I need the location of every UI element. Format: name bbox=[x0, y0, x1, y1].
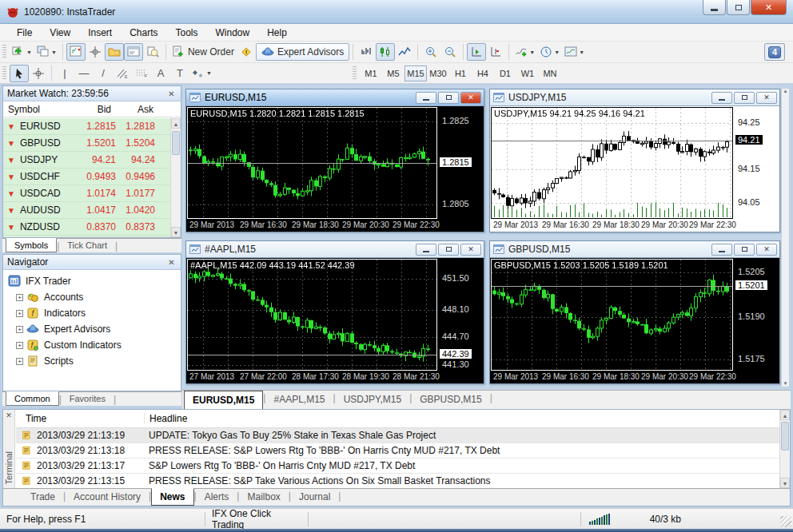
tree-item-expert-advisors[interactable]: +Expert Advisors bbox=[14, 321, 181, 337]
chart-restore-button[interactable] bbox=[734, 244, 755, 256]
timeframe-m5[interactable]: M5 bbox=[382, 66, 404, 81]
column-time[interactable]: Time bbox=[16, 413, 144, 424]
tree-item-scripts[interactable]: +Scripts bbox=[14, 353, 181, 369]
vertical-line-button[interactable]: | bbox=[55, 65, 74, 82]
scroll-thumb[interactable] bbox=[781, 422, 789, 451]
menu-view[interactable]: View bbox=[41, 26, 79, 40]
expand-icon[interactable]: + bbox=[16, 342, 23, 349]
timeframe-d1[interactable]: D1 bbox=[494, 66, 516, 81]
market-watch-toggle-button[interactable] bbox=[66, 43, 86, 61]
chart-restore-button[interactable] bbox=[734, 92, 755, 104]
chart-close-button[interactable]: ✕ bbox=[460, 244, 481, 256]
news-row[interactable]: 2013/03/29 21:13:17S&P Lowers Rtg To 'BB… bbox=[16, 459, 779, 474]
resize-grip[interactable] bbox=[780, 516, 791, 527]
timeframe-m1[interactable]: M1 bbox=[360, 66, 382, 81]
dropdown-caret-icon[interactable]: ▼ bbox=[26, 50, 32, 55]
strategy-tester-button[interactable] bbox=[143, 43, 162, 61]
dropdown-caret-icon[interactable]: ▼ bbox=[51, 50, 57, 55]
chart-plot[interactable] bbox=[491, 259, 733, 371]
chart-window-gbpusd[interactable]: GBPUSD,M15 ✕ GBPUSD,M15 1.5203 1.5205 1.… bbox=[489, 240, 780, 384]
chart-window-titlebar[interactable]: USDJPY,M15 ✕ bbox=[490, 89, 779, 106]
chart-window-aapl[interactable]: #AAPL,M15 ✕ #AAPL,M15 442.09 443.19 441.… bbox=[185, 240, 484, 384]
auto-scroll-button[interactable] bbox=[467, 43, 486, 61]
chart-window-eurusd[interactable]: EURUSD,M15 ✕ EURUSD,M15 1.2820 1.2821 1.… bbox=[185, 89, 484, 232]
navigator-toggle-button[interactable] bbox=[105, 43, 124, 61]
dropdown-caret-icon[interactable]: ▼ bbox=[554, 50, 560, 55]
trendline-button[interactable]: / bbox=[94, 65, 113, 82]
news-row[interactable]: 2013/03/29 21:13:15PRESS RELEASE: S&P Ta… bbox=[16, 474, 779, 488]
minimize-button[interactable] bbox=[703, 0, 726, 15]
chart-minimize-button[interactable] bbox=[711, 244, 732, 256]
price-scale[interactable]: 1.52051.52011.51901.5175 bbox=[734, 259, 779, 371]
zoom-in-button[interactable] bbox=[421, 43, 440, 61]
tab-tick-chart[interactable]: Tick Chart bbox=[59, 239, 115, 252]
indicators-button[interactable]: ▼ bbox=[512, 43, 537, 61]
scroll-up-icon[interactable]: ▲ bbox=[171, 118, 181, 129]
expand-icon[interactable]: + bbox=[16, 358, 23, 365]
market-watch-row[interactable]: ▼NZDUSD0.83700.8373 bbox=[3, 219, 170, 236]
one-click-trading-toggle[interactable]: IFX One Click Trading bbox=[205, 512, 308, 526]
chart-window-usdjpy[interactable]: USDJPY,M15 ✕ USDJPY,M15 94.21 94.25 94.1… bbox=[489, 89, 780, 232]
market-watch-row[interactable]: ▼GBPUSD1.52011.5204 bbox=[3, 135, 170, 152]
periods-button[interactable]: ▼ bbox=[537, 43, 562, 61]
dropdown-caret-icon[interactable]: ▼ bbox=[206, 70, 212, 76]
expand-icon[interactable]: + bbox=[16, 294, 23, 301]
chart-plot[interactable] bbox=[491, 107, 733, 219]
new-order-button[interactable]: New Order bbox=[169, 43, 237, 61]
terminal-tab-news[interactable]: News bbox=[151, 488, 193, 506]
terminal-tab-alerts[interactable]: Alerts bbox=[197, 489, 237, 506]
terminal-toggle-button[interactable] bbox=[124, 43, 143, 61]
chart-plot[interactable] bbox=[187, 259, 437, 371]
chart-close-button[interactable]: ✕ bbox=[756, 92, 777, 104]
scroll-up-icon[interactable]: ▲ bbox=[780, 410, 790, 420]
news-row[interactable]: 2013/03/29 21:13:19UPDATE: Tokyo Gas To … bbox=[16, 428, 779, 443]
column-ask[interactable]: Ask bbox=[116, 104, 158, 115]
column-headline[interactable]: Headline bbox=[144, 413, 187, 424]
expand-icon[interactable]: + bbox=[16, 310, 23, 317]
market-watch-row[interactable]: ▼EURUSD1.28151.2818 bbox=[3, 118, 170, 135]
toolbar-grip[interactable] bbox=[2, 66, 6, 81]
menu-help[interactable]: Help bbox=[258, 26, 296, 40]
chart-shift-button[interactable] bbox=[486, 43, 505, 61]
arrows-button[interactable]: ▼ bbox=[189, 65, 214, 82]
menu-charts[interactable]: Charts bbox=[121, 26, 166, 40]
timeframe-m30[interactable]: M30 bbox=[427, 66, 449, 81]
metaeditor-warning-button[interactable]: ! bbox=[237, 43, 256, 61]
toolbar-grip[interactable] bbox=[353, 66, 357, 81]
profiles-button[interactable]: ▼ bbox=[34, 43, 59, 61]
chart-candles-button[interactable] bbox=[376, 43, 395, 61]
chart-minimize-button[interactable] bbox=[416, 92, 436, 104]
chart-minimize-button[interactable] bbox=[711, 92, 732, 104]
market-watch-row[interactable]: ▼AUDUSD1.04171.0420 bbox=[3, 202, 170, 219]
cursor-button[interactable] bbox=[10, 65, 29, 82]
data-window-button[interactable] bbox=[86, 43, 105, 61]
horizontal-line-button[interactable]: — bbox=[74, 65, 94, 82]
text-button[interactable]: A bbox=[151, 65, 170, 82]
market-watch-row[interactable]: ▼EURJPY120.75120.78 bbox=[3, 236, 170, 237]
market-watch-scrollbar[interactable]: ▲ ▼ bbox=[170, 118, 181, 237]
tab-favorites[interactable]: Favorites bbox=[62, 392, 114, 406]
chat-button[interactable]: 4 bbox=[764, 43, 785, 61]
news-row[interactable]: 2013/03/29 21:13:18PRESS RELEASE: S&P Lo… bbox=[16, 443, 779, 459]
chart-window-titlebar[interactable]: GBPUSD,M15 ✕ bbox=[490, 241, 779, 258]
timeframe-w1[interactable]: W1 bbox=[516, 66, 539, 81]
chart-window-titlebar[interactable]: #AAPL,M15 ✕ bbox=[186, 241, 484, 258]
chart-window-titlebar[interactable]: EURUSD,M15 ✕ bbox=[186, 89, 484, 106]
terminal-close-icon[interactable]: ✕ bbox=[3, 410, 14, 419]
menu-tools[interactable]: Tools bbox=[167, 26, 207, 40]
terminal-tab-trade[interactable]: Trade bbox=[22, 489, 63, 506]
chart-minimize-button[interactable] bbox=[416, 244, 436, 256]
navigator-close-icon[interactable]: ✕ bbox=[166, 258, 177, 267]
chart-plot[interactable] bbox=[187, 107, 437, 219]
scroll-down-icon[interactable]: ▼ bbox=[171, 227, 181, 237]
column-symbol[interactable]: Symbol bbox=[3, 104, 74, 115]
chart-line-button[interactable] bbox=[395, 43, 414, 61]
equidistant-channel-button[interactable]: E bbox=[113, 65, 132, 82]
zoom-out-button[interactable] bbox=[440, 43, 460, 61]
toolbar-grip[interactable] bbox=[2, 45, 6, 59]
chart-close-button[interactable]: ✕ bbox=[460, 92, 481, 104]
timeframe-mn[interactable]: MN bbox=[539, 66, 561, 81]
tab-symbols[interactable]: Symbols bbox=[6, 238, 57, 252]
terminal-scrollbar[interactable]: ▲ ▼ bbox=[779, 410, 790, 488]
scroll-down-icon[interactable]: ▼ bbox=[780, 478, 790, 488]
